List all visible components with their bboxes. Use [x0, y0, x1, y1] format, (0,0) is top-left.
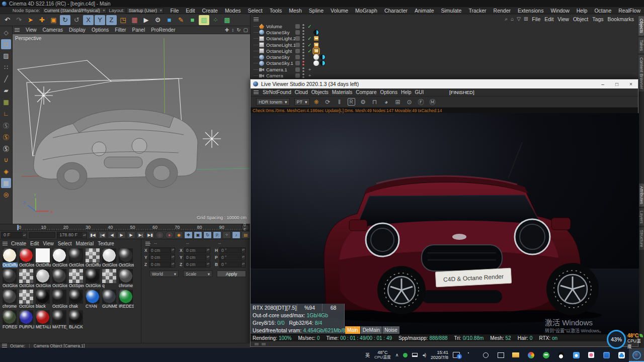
material-item[interactable]: IREDES	[119, 290, 134, 309]
clock[interactable]: 15:41 2020/7/8	[431, 350, 448, 360]
add-icon[interactable]: ⊞	[524, 16, 528, 22]
enable-tag[interactable]	[307, 67, 312, 72]
material-item[interactable]: METALL	[36, 310, 51, 329]
simulation-icon-b[interactable]: Ⓢ	[1, 132, 11, 142]
material-item[interactable]: FOREST	[3, 310, 18, 329]
material-preview[interactable]	[36, 269, 50, 283]
material-preview[interactable]	[69, 310, 83, 324]
object-tag-a[interactable]	[313, 60, 319, 66]
material-item[interactable]: PURPLE	[19, 310, 34, 329]
autokeying-button[interactable]: ◉	[175, 231, 183, 239]
layer-chip[interactable]	[295, 49, 300, 53]
object-name[interactable]: OctaneLight.2	[266, 36, 295, 41]
polygon-mode-icon[interactable]: ▰	[1, 85, 11, 96]
rotation-field[interactable]: 0 °	[219, 254, 242, 260]
cinema4d-icon[interactable]	[629, 348, 644, 362]
pass-tab[interactable]: Noise	[382, 326, 399, 334]
spinner-icon[interactable]: ▴▾	[242, 247, 246, 253]
next-frame-button[interactable]: ▶	[127, 231, 135, 239]
live-viewer-menu-item[interactable]: StrNotFound	[263, 89, 295, 95]
apply-button[interactable]: Apply	[217, 270, 246, 277]
viewport-menu-item[interactable]: Cameras	[40, 27, 66, 33]
coord-mode-select[interactable]: Scale▾	[183, 270, 212, 277]
scale-field[interactable]: 0 cm	[184, 261, 206, 267]
material-preview[interactable]	[19, 248, 33, 262]
layout-select[interactable]: Startup (User)▾	[126, 8, 164, 14]
object-name[interactable]: Volume	[266, 24, 295, 29]
minimize-button[interactable]: –	[596, 81, 610, 87]
redo-icon[interactable]: ↷	[14, 15, 24, 25]
object-menu-item[interactable]: Tags	[592, 16, 607, 22]
visibility-dots[interactable]	[302, 67, 305, 72]
object-row[interactable]: OctaneLight	[251, 48, 638, 54]
duration-field[interactable]: 178.80 F▴▾	[57, 232, 87, 238]
material-preview[interactable]	[69, 290, 83, 304]
render-preview-button[interactable]: ▤	[242, 231, 250, 239]
region-render-icon[interactable]: R	[348, 98, 355, 106]
rotation-field[interactable]: 0 °	[219, 247, 242, 253]
live-viewer-menu-item[interactable]: GUI	[415, 89, 428, 95]
prev-frame-button[interactable]: ◀	[108, 231, 116, 239]
material-preview[interactable]	[102, 248, 116, 262]
timeline-ruler[interactable]: 0102030405060708090 0 F	[0, 224, 250, 230]
material-item[interactable]: BLACK	[69, 310, 84, 329]
axis-mode-icon[interactable]: ∟	[1, 109, 11, 119]
home-icon[interactable]: ⌂	[511, 16, 514, 22]
material-item[interactable]: OctDiffu	[86, 248, 101, 267]
spinner-icon[interactable]: ▴▾	[242, 254, 246, 260]
live-viewer-menu-item[interactable]: Objects	[311, 89, 332, 95]
material-menu-item[interactable]: Select	[58, 241, 76, 246]
close-button[interactable]: ×	[624, 81, 638, 87]
object-name[interactable]: Camera.1	[266, 67, 295, 72]
spinner-icon[interactable]: ▴▾	[23, 232, 27, 238]
record-position-button[interactable]: ◎	[155, 231, 164, 239]
menu-item[interactable]: Edit	[182, 8, 198, 14]
current-frame-field[interactable]: 0 F▴▾	[1, 232, 27, 238]
node-space-select[interactable]: Current (Standard/Physical)▾	[42, 8, 107, 14]
enable-tag[interactable]	[307, 73, 312, 78]
object-name[interactable]: Camera	[266, 73, 295, 78]
material-item[interactable]: OctGlos	[36, 269, 51, 288]
goto-start-button[interactable]: ▮◀	[89, 231, 97, 239]
material-preview[interactable]	[3, 248, 17, 262]
qq-icon[interactable]	[553, 348, 569, 362]
key-point-level-toggle[interactable]: ⁘	[222, 231, 231, 239]
live-viewer-menu-item[interactable]: Compare	[356, 89, 380, 95]
spinner-icon[interactable]: ▴▾	[242, 261, 246, 267]
render-view-icon[interactable]: ▦	[129, 15, 140, 25]
material-item[interactable]: OctGlos	[86, 269, 101, 288]
material-preview[interactable]	[69, 248, 83, 262]
object-name[interactable]: OctaneLight.1	[266, 42, 295, 48]
visibility-dots[interactable]	[302, 48, 305, 54]
object-tag-b[interactable]	[320, 60, 326, 66]
maximize-button[interactable]: □	[610, 81, 624, 87]
volume-builder-icon[interactable]: ▩	[222, 15, 232, 25]
rotate-icon[interactable]: ↻	[60, 15, 70, 25]
object-tag-a[interactable]	[313, 42, 319, 48]
viewport-menu-item[interactable]: View	[23, 27, 40, 33]
live-viewer-titlebar[interactable]: Live Viewer Studio 2020.1.3 (34 days lef…	[251, 79, 638, 88]
visibility-dots[interactable]	[302, 36, 305, 41]
render-settings-icon[interactable]: ⚙	[152, 15, 163, 25]
position-field[interactable]: 0 cm	[149, 261, 171, 267]
material-preview[interactable]	[69, 269, 83, 283]
pin-material-icon[interactable]: Ⓜ	[428, 98, 438, 107]
material-preview[interactable]	[119, 269, 133, 283]
rotate-view-icon[interactable]: ↻	[236, 27, 240, 33]
start-button[interactable]	[463, 348, 478, 362]
material-item[interactable]: OctGlos	[69, 248, 84, 267]
panel-menu-icon[interactable]	[254, 18, 259, 21]
wechat-icon[interactable]	[538, 348, 553, 362]
object-menu-item[interactable]: Object	[573, 16, 592, 22]
cloud-app-icon[interactable]	[614, 348, 629, 362]
panel-tab[interactable]: Structure	[638, 227, 644, 250]
kernel-select[interactable]: PT▾	[294, 98, 310, 106]
notification-center-icon[interactable]: 5	[453, 352, 460, 358]
material-preview[interactable]	[36, 248, 50, 262]
material-preview[interactable]	[86, 248, 100, 262]
workplane-icon[interactable]: ◈	[1, 166, 11, 176]
material-preview[interactable]	[86, 290, 100, 304]
tray-cpu-temp[interactable]: 48°C CPU温度	[374, 350, 391, 359]
material-preview[interactable]	[19, 269, 33, 283]
material-preview[interactable]	[52, 310, 66, 324]
